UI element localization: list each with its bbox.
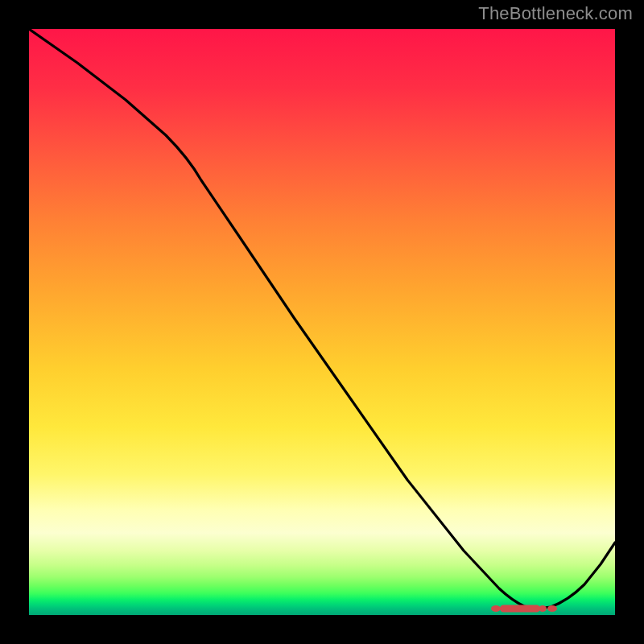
svg-rect-1 [501, 606, 539, 612]
svg-point-0 [491, 605, 501, 612]
chart-overlay [29, 29, 615, 615]
chart-container: TheBottleneck.com [0, 0, 644, 644]
svg-point-3 [547, 605, 557, 612]
svg-point-2 [539, 605, 547, 612]
bottleneck-curve [29, 29, 615, 609]
plot-area [29, 29, 615, 615]
attribution-label: TheBottleneck.com [478, 3, 633, 24]
